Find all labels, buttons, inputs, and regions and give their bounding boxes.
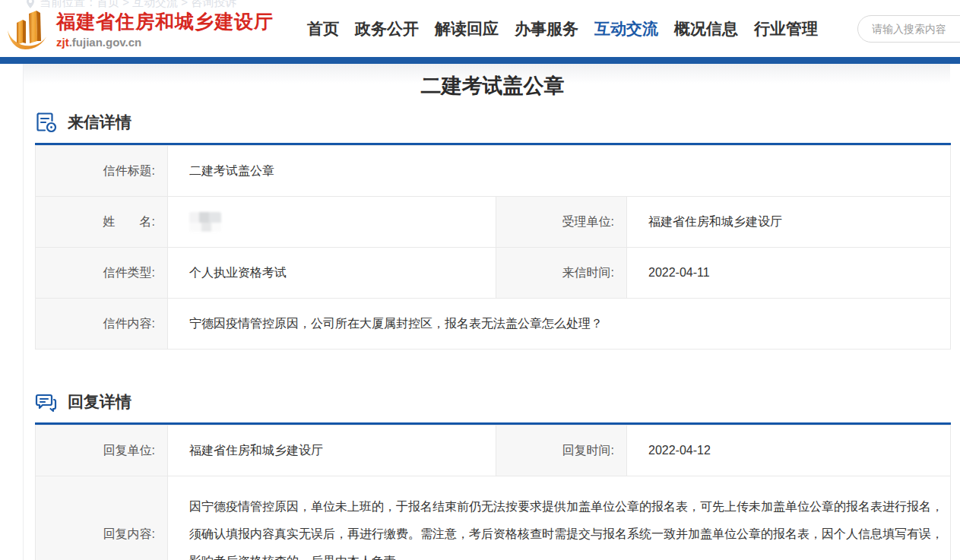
- table-row: 信件内容: 宁德因疫情管控原因，公司所在大厦属封控区，报名表无法盖公章怎么处理？: [36, 299, 951, 350]
- nav-item-interaction[interactable]: 互动交流: [594, 18, 658, 40]
- page-title: 二建考试盖公章: [35, 64, 950, 100]
- table-row: 信件标题: 二建考试盖公章: [36, 146, 951, 197]
- site-name: 福建省住房和城乡建设厅: [56, 9, 274, 34]
- letter-details-table: 信件标题: 二建考试盖公章 姓 名: 受理单位: 福建省住房和城乡建设厅 信件类…: [35, 145, 951, 350]
- nav-item-industry[interactable]: 行业管理: [754, 18, 818, 40]
- nav-item-home[interactable]: 首页: [307, 18, 339, 40]
- reply-section-header: 回复详情: [35, 391, 950, 413]
- letter-document-icon: [35, 111, 58, 134]
- table-row: 回复内容: 因宁德疫情管控原因，单位未上班的，于报名结束前仍无法按要求提供加盖单…: [36, 476, 951, 560]
- reply-unit-label: 回复单位:: [36, 426, 168, 476]
- accept-unit-value: 福建省住房和城乡建设厅: [627, 197, 951, 248]
- table-row: 回复单位: 福建省住房和城乡建设厅 回复时间: 2022-04-12: [36, 426, 951, 476]
- reply-unit-value: 福建省住房和城乡建设厅: [168, 426, 496, 476]
- table-row: 姓 名: 受理单位: 福建省住房和城乡建设厅: [36, 197, 951, 248]
- reply-content-label: 回复内容:: [36, 476, 168, 560]
- letter-title-label: 信件标题:: [36, 146, 168, 197]
- reply-time-label: 回复时间:: [496, 426, 627, 476]
- reply-details-table: 回复单位: 福建省住房和城乡建设厅 回复时间: 2022-04-12 回复内容:…: [35, 425, 951, 560]
- search-input[interactable]: [857, 15, 960, 43]
- letter-section-header: 来信详情: [35, 111, 950, 134]
- letter-section-title: 来信详情: [68, 112, 131, 133]
- main-nav: 首页 政务公开 解读回应 办事服务 互动交流 概况信息 行业管理: [307, 18, 818, 40]
- site-logo[interactable]: 福建省住房和城乡建设厅 zjt.fujian.gov.cn: [6, 8, 274, 50]
- redacted-name: [189, 212, 221, 232]
- table-row: 信件类型: 个人执业资格考试 来信时间: 2022-04-11: [36, 248, 951, 299]
- site-url-prefix: zjt: [56, 36, 69, 49]
- letter-content-value: 宁德因疫情管控原因，公司所在大厦属封控区，报名表无法盖公章怎么处理？: [168, 299, 951, 350]
- nav-item-interpretation[interactable]: 解读回应: [435, 18, 499, 40]
- letter-time-value: 2022-04-11: [627, 248, 951, 299]
- letter-title-value: 二建考试盖公章: [168, 146, 951, 197]
- nav-item-overview[interactable]: 概况信息: [674, 18, 738, 40]
- reply-chat-icon: [35, 391, 58, 413]
- buildings-logo-icon: [6, 8, 50, 50]
- site-header: 福建省住房和城乡建设厅 zjt.fujian.gov.cn 首页 政务公开 解读…: [0, 0, 960, 57]
- letter-content-label: 信件内容:: [36, 299, 168, 350]
- letter-type-label: 信件类型:: [36, 248, 168, 299]
- blue-divider-bar: [0, 57, 960, 64]
- reply-time-value: 2022-04-12: [627, 426, 951, 476]
- letter-type-value: 个人执业资格考试: [168, 248, 496, 299]
- reply-content-value: 因宁德疫情管控原因，单位未上班的，于报名结束前仍无法按要求提供加盖单位公章的报名…: [168, 476, 951, 560]
- site-url-suffix: .fujian.gov.cn: [69, 36, 142, 49]
- reply-section-title: 回复详情: [68, 391, 131, 413]
- letter-time-label: 来信时间:: [496, 248, 627, 299]
- logo-text: 福建省住房和城乡建设厅 zjt.fujian.gov.cn: [56, 9, 274, 49]
- nav-item-gov-info[interactable]: 政务公开: [355, 18, 419, 40]
- accept-unit-label: 受理单位:: [496, 197, 627, 248]
- main-content: 二建考试盖公章 来信详情 信件标题: 二建考试盖公章 姓 名: 受理单位: 福建…: [23, 64, 950, 560]
- letter-name-label: 姓 名:: [36, 197, 168, 248]
- nav-item-services[interactable]: 办事服务: [515, 18, 578, 40]
- letter-name-value: [168, 197, 496, 248]
- site-url: zjt.fujian.gov.cn: [56, 36, 274, 49]
